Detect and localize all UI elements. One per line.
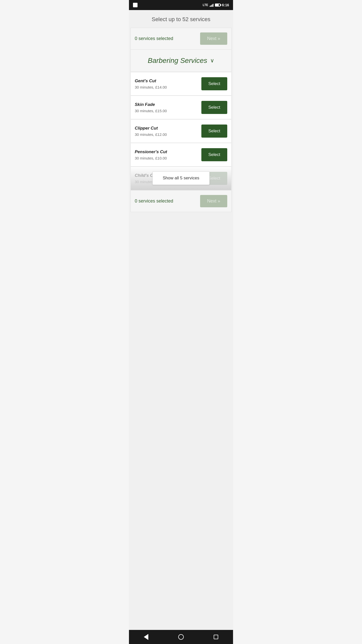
- service-info-gents-cut: Gent's Cut 30 minutes, £14.00: [135, 78, 201, 89]
- service-info-pensioners-cut: Pensioner's Cut 30 minutes, £10.00: [135, 149, 201, 160]
- status-bar-left: [133, 3, 138, 7]
- category-header[interactable]: Barbering Services ∨: [131, 50, 231, 72]
- top-services-selected: 0 services selected: [135, 36, 173, 41]
- sim-card-icon: [133, 3, 138, 7]
- main-content: Select up to 52 services 0 services sele…: [129, 10, 233, 644]
- service-details-skin-fade: 30 minutes, £15.00: [135, 109, 201, 113]
- service-name-pensioners-cut: Pensioner's Cut: [135, 149, 201, 154]
- service-name-skin-fade: Skin Fade: [135, 102, 201, 107]
- nav-back-button[interactable]: [142, 632, 150, 642]
- select-button-gents-cut[interactable]: Select: [201, 77, 227, 90]
- network-type: LTE: [203, 3, 208, 7]
- show-all-container: Child's Cut (5+ Years) 30 minutes, £10.0…: [130, 167, 232, 190]
- service-item-gents-cut: Gent's Cut 30 minutes, £14.00 Select: [130, 72, 232, 96]
- select-button-clipper-cut[interactable]: Select: [201, 125, 227, 138]
- battery-fill: [215, 4, 219, 6]
- service-details-clipper-cut: 30 minutes, £12.00: [135, 132, 201, 137]
- bottom-next-button[interactable]: Next »: [200, 195, 227, 207]
- top-selection-bar: 0 services selected Next »: [130, 28, 232, 50]
- service-name-clipper-cut: Clipper Cut: [135, 126, 201, 131]
- service-info-skin-fade: Skin Fade 30 minutes, £15.00: [135, 102, 201, 113]
- battery-icon: [215, 4, 220, 7]
- show-all-button[interactable]: Show all 5 services: [152, 171, 210, 185]
- signal-icon: [210, 3, 213, 7]
- back-icon: [144, 634, 148, 640]
- select-button-pensioners-cut[interactable]: Select: [201, 148, 227, 161]
- nav-home-button[interactable]: [176, 632, 186, 642]
- signal-bar-3: [212, 5, 212, 7]
- status-bar: LTE 6:16: [129, 0, 233, 10]
- bottom-selection-bar: 0 services selected Next »: [130, 190, 232, 212]
- bottom-services-selected: 0 services selected: [135, 198, 173, 204]
- service-details-gents-cut: 30 minutes, £14.00: [135, 85, 201, 89]
- recents-icon: [214, 635, 218, 639]
- service-item-skin-fade: Skin Fade 30 minutes, £15.00 Select: [130, 96, 232, 119]
- nav-recents-button[interactable]: [212, 633, 220, 641]
- home-icon: [178, 634, 184, 640]
- status-bar-right: LTE 6:16: [203, 3, 229, 7]
- signal-bar-2: [211, 5, 211, 7]
- page-title: Select up to 52 services: [129, 10, 233, 28]
- signal-bar-1: [210, 6, 210, 7]
- service-item-pensioners-cut: Pensioner's Cut 30 minutes, £10.00 Selec…: [130, 143, 232, 167]
- service-info-clipper-cut: Clipper Cut 30 minutes, £12.00: [135, 126, 201, 137]
- service-details-pensioners-cut: 30 minutes, £10.00: [135, 156, 201, 160]
- nav-bar: [129, 630, 233, 644]
- category-title: Barbering Services: [148, 57, 207, 65]
- top-next-button[interactable]: Next »: [200, 32, 227, 45]
- category-section: Barbering Services ∨: [130, 50, 232, 72]
- service-name-gents-cut: Gent's Cut: [135, 78, 201, 84]
- service-item-clipper-cut: Clipper Cut 30 minutes, £12.00 Select: [130, 119, 232, 143]
- chevron-down-icon: ∨: [210, 57, 214, 64]
- show-all-overlay: Show all 5 services: [131, 167, 231, 190]
- select-button-skin-fade[interactable]: Select: [201, 101, 227, 114]
- signal-bar-4: [213, 4, 213, 7]
- clock-time: 6:16: [222, 3, 229, 7]
